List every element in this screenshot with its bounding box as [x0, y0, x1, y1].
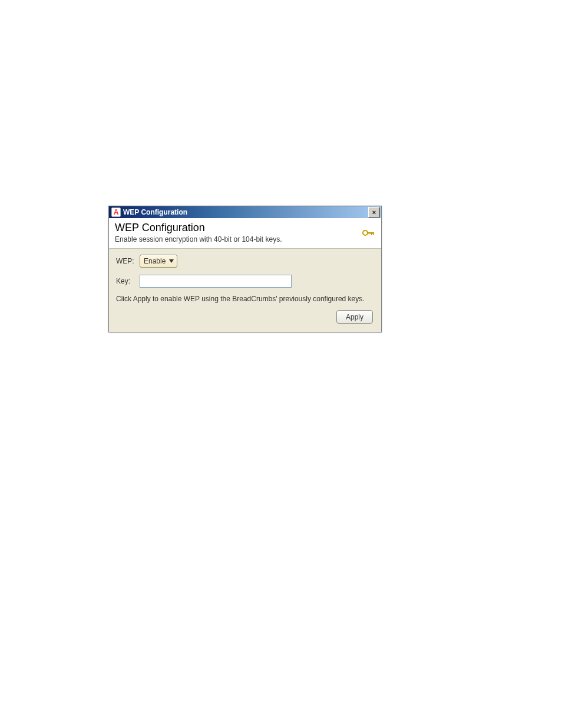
wep-select[interactable]: Enable: [140, 255, 177, 268]
help-text: Click Apply to enable WEP using the Brea…: [116, 295, 374, 303]
wep-label: WEP:: [116, 257, 140, 265]
page-title: WEP Configuration: [115, 222, 375, 234]
svg-point-0: [363, 230, 368, 235]
button-row: Apply: [116, 310, 374, 326]
key-input[interactable]: [140, 275, 292, 288]
form-panel: WEP: Enable Key: Click Apply to enable W…: [109, 249, 381, 332]
svg-marker-4: [169, 259, 174, 263]
page-subtitle: Enable session encryption with 40-bit or…: [115, 235, 375, 243]
app-icon: A: [111, 207, 121, 217]
key-icon: [362, 229, 375, 239]
titlebar: A WEP Configuration ×: [109, 206, 381, 218]
window-title: WEP Configuration: [123, 208, 368, 216]
chevron-down-icon: [169, 259, 174, 263]
svg-rect-2: [371, 232, 372, 235]
close-button[interactable]: ×: [368, 207, 380, 218]
wep-configuration-dialog: A WEP Configuration × WEP Configuration …: [108, 206, 382, 332]
key-row: Key:: [116, 275, 374, 288]
header-panel: WEP Configuration Enable session encrypt…: [109, 218, 381, 249]
wep-select-value: Enable: [144, 257, 166, 265]
key-label: Key:: [116, 277, 140, 285]
apply-button[interactable]: Apply: [336, 310, 373, 324]
svg-rect-3: [373, 232, 374, 235]
wep-row: WEP: Enable: [116, 255, 374, 268]
